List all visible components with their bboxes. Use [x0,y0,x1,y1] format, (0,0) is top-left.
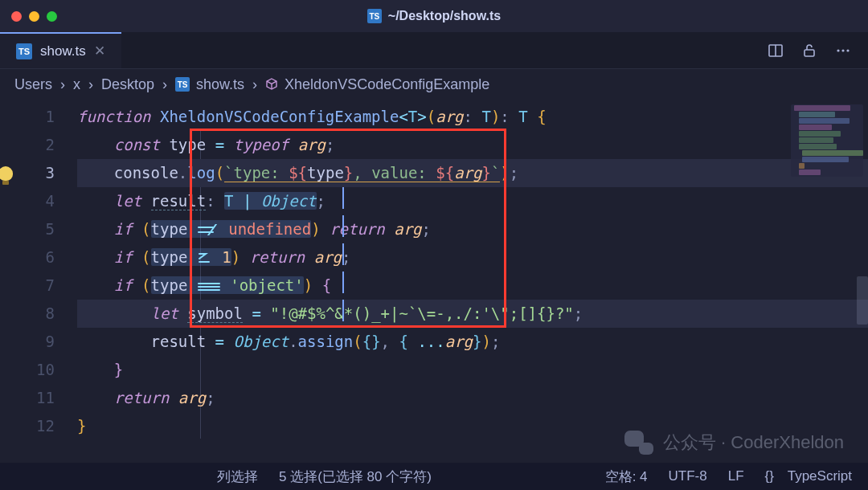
line-number: 8 [0,300,55,328]
tab-label: show.ts [40,43,86,59]
status-eol[interactable]: LF [728,468,744,484]
symbol-function-icon [265,78,278,91]
breadcrumb-segment[interactable]: TS show.ts [175,76,244,93]
tab-bar: TS show.ts ✕ [0,32,868,69]
chevron-right-icon: › [162,76,167,93]
line-number-gutter: 1 2 3 4 5 6 7 8 9 10 11 12 [0,100,69,463]
line-number: 3 [0,159,55,187]
svg-point-5 [846,49,849,51]
line-number: 5 [0,215,55,243]
watermark: 公众号 · CoderXheldon [624,431,844,455]
status-indent[interactable]: 空格: 4 [605,468,648,486]
status-encoding[interactable]: UTF-8 [669,468,707,484]
breadcrumb-segment[interactable]: x [73,76,80,93]
status-selection[interactable]: 5 选择(已选择 80 个字符) [279,468,432,486]
svg-line-8 [208,224,216,235]
close-tab-icon[interactable]: ✕ [94,43,105,59]
line-number: 11 [0,384,55,412]
line-number: 2 [0,131,55,159]
chevron-right-icon: › [252,76,257,93]
code-line: return arg; [77,384,868,412]
code-line: let result: T | Object; [77,187,868,215]
minimize-window-button[interactable] [29,11,39,22]
window-title: TS ~/Desktop/show.ts [0,9,868,23]
breadcrumb-segment[interactable]: XheldonVSCodeConfigExample [265,76,489,93]
code-line: let symbol = "!@#$%^&*()_+|~`\=-,./:'\";… [77,300,868,328]
code-line: const type = typeof arg; [77,131,868,159]
zoom-window-button[interactable] [47,11,57,22]
title-bar: TS ~/Desktop/show.ts [0,0,868,32]
line-number: 6 [0,243,55,272]
code-line: if (type 'object') { [77,272,868,300]
line-number: 1 [0,103,55,131]
window-controls [11,11,57,22]
svg-point-4 [841,49,844,51]
status-bar: 列选择 5 选择(已选择 80 个字符) 空格: 4 UTF-8 LF {} T… [0,463,868,490]
braces-icon: {} [765,468,774,484]
line-number: 12 [0,412,55,440]
minimap[interactable] [791,104,863,177]
svg-point-3 [837,49,839,51]
tab-show-ts[interactable]: TS show.ts ✕ [0,32,121,68]
line-number: 4 [0,187,55,215]
code-line: result = Object.assign({}, { ...arg}); [77,328,868,356]
ts-file-icon: TS [16,43,32,59]
code-line: function XheldonVSCodeConfigExample<T>(a… [77,103,868,131]
close-window-button[interactable] [11,11,22,22]
window-title-text: ~/Desktop/show.ts [388,9,501,23]
watermark-text: 公众号 · CoderXheldon [663,431,844,455]
split-editor-icon[interactable] [767,42,784,59]
scrollbar-thumb[interactable] [857,276,868,325]
code-line: if (type 1) return arg; [77,243,868,272]
ts-file-icon: TS [175,77,190,92]
line-number: 9 [0,328,55,356]
status-column-select[interactable]: 列选择 [217,468,258,486]
more-icon[interactable] [834,42,852,59]
chevron-right-icon: › [88,76,93,93]
chevron-right-icon: › [60,76,65,93]
ts-file-icon: TS [367,9,382,23]
lightbulb-icon[interactable] [0,166,13,181]
lock-icon[interactable] [800,42,818,59]
breadcrumb-segment[interactable]: Desktop [101,76,154,93]
line-number: 7 [0,272,55,300]
breadcrumb[interactable]: Users › x › Desktop › TS show.ts › Xheld… [0,69,868,100]
code-content[interactable]: function XheldonVSCodeConfigExample<T>(a… [69,100,868,463]
code-line: console.log(`type: ${type}, value: ${arg… [77,159,868,187]
breadcrumb-segment[interactable]: Users [14,76,52,93]
editor[interactable]: 1 2 3 4 5 6 7 8 9 10 11 12 function Xhel… [0,100,868,463]
line-number: 10 [0,356,55,384]
code-line: if (type undefined) return arg; [77,215,868,243]
tab-actions [767,32,868,68]
wechat-icon [624,431,653,455]
status-language[interactable]: {} TypeScript [765,468,852,484]
svg-rect-2 [805,50,814,56]
code-line: } [77,356,868,384]
